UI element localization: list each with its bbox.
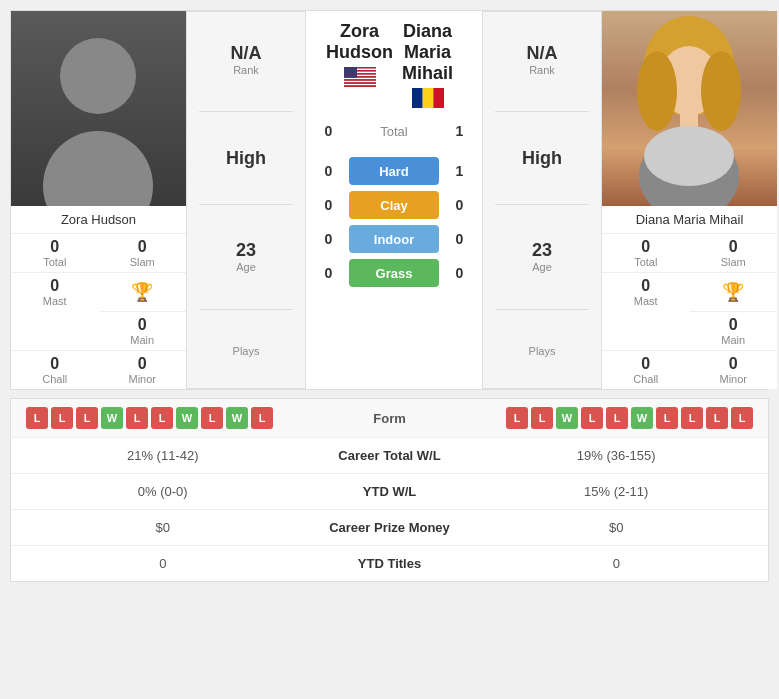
clay-label: Clay (380, 198, 407, 213)
right-panel-divider3 (495, 309, 589, 310)
left-trophy-icon: 🏆 (131, 281, 153, 303)
titles-row: 0 YTD Titles 0 (11, 546, 768, 581)
right-flag (412, 88, 444, 112)
left-stats-panel: N/A Rank High 23 Age Plays (186, 11, 306, 389)
left-indoor-score: 0 (316, 231, 341, 247)
left-panel-divider3 (199, 309, 293, 310)
surface-rows: 0 Hard 1 0 Clay 0 0 Indoor (306, 150, 482, 294)
right-player-name-under: Diana Maria Mihail (602, 206, 777, 233)
right-titles: 0 (480, 556, 754, 571)
left-flag (344, 67, 376, 91)
right-chall-label: Chall (608, 373, 684, 385)
right-slam-label: Slam (696, 256, 772, 268)
form-badge-l: L (201, 407, 223, 429)
left-minor-label: Minor (105, 373, 181, 385)
grass-row: 0 Grass 0 (316, 257, 472, 289)
left-minor-value: 0 (105, 355, 181, 373)
prize-row: $0 Career Prize Money $0 (11, 510, 768, 546)
left-minor-cell: 0 Minor (99, 350, 187, 389)
left-chall-cell: 0 Chall (11, 350, 99, 389)
grass-badge: Grass (349, 259, 439, 287)
right-stats-grid: 0 Total 0 Slam 0 Mast 🏆 0 Main (602, 233, 777, 389)
right-main-value: 0 (696, 316, 772, 334)
left-player-card: Zora Hudson 0 Total 0 Slam 0 Mast 🏆 (11, 11, 186, 389)
form-badge-w: W (101, 407, 123, 429)
total-label: Total (349, 124, 439, 139)
total-row: 0 Total 1 (306, 117, 482, 145)
form-badge-l: L (531, 407, 553, 429)
right-chall-value: 0 (608, 355, 684, 373)
right-high-stat: High (516, 142, 568, 175)
right-total-value: 0 (608, 238, 684, 256)
left-main-label: Main (105, 334, 181, 346)
left-prize: $0 (26, 520, 300, 535)
left-mast-value: 0 (17, 277, 93, 295)
svg-rect-11 (344, 81, 376, 83)
right-prize: $0 (480, 520, 754, 535)
right-slam-cell: 0 Slam (690, 233, 778, 272)
svg-point-1 (43, 131, 153, 206)
right-player-name-text: Diana Maria Mihail (636, 212, 744, 227)
svg-rect-16 (412, 88, 423, 108)
form-badge-l: L (656, 407, 678, 429)
titles-label: YTD Titles (300, 556, 480, 571)
left-slam-value: 0 (105, 238, 181, 256)
form-badge-w: W (226, 407, 248, 429)
right-plays-label: Plays (529, 345, 556, 357)
right-panel-divider1 (495, 111, 589, 112)
right-main-label: Main (696, 334, 772, 346)
right-player-card: Diana Maria Mihail 0 Total 0 Slam 0 Mast… (602, 11, 777, 389)
left-titles: 0 (26, 556, 300, 571)
right-header-name: Diana Maria Mihail (393, 21, 462, 84)
form-badge-l: L (126, 407, 148, 429)
left-grass-score: 0 (316, 265, 341, 281)
clay-row: 0 Clay 0 (316, 189, 472, 221)
form-badge-l: L (681, 407, 703, 429)
right-chall-cell: 0 Chall (602, 350, 690, 389)
right-grass-score: 0 (447, 265, 472, 281)
left-plays-stat: Plays (227, 339, 266, 363)
right-total-score: 1 (447, 123, 472, 139)
left-total-value: 0 (17, 238, 93, 256)
form-badge-w: W (556, 407, 578, 429)
indoor-row: 0 Indoor 0 (316, 223, 472, 255)
form-badge-l: L (581, 407, 603, 429)
left-chall-label: Chall (17, 373, 93, 385)
form-badge-l: L (51, 407, 73, 429)
form-badge-l: L (251, 407, 273, 429)
right-hard-score: 1 (447, 163, 472, 179)
right-trophy-icon: 🏆 (722, 281, 744, 303)
career-wl-label: Career Total W/L (300, 448, 480, 463)
left-slam-label: Slam (105, 256, 181, 268)
svg-rect-13 (344, 84, 376, 86)
svg-rect-18 (433, 88, 444, 108)
ytd-wl-label: YTD W/L (300, 484, 480, 499)
hard-label: Hard (379, 164, 409, 179)
left-high-stat: High (220, 142, 272, 175)
svg-rect-10 (344, 79, 376, 81)
left-rank-label: Rank (231, 64, 262, 76)
left-mast-cell: 0 Mast (11, 272, 99, 311)
right-rank-label: Rank (527, 64, 558, 76)
right-total-label: Total (608, 256, 684, 268)
right-age-value: 23 (532, 240, 552, 261)
right-mast-cell: 0 Mast (602, 272, 690, 311)
right-main-cell: 0 Main (690, 311, 778, 350)
right-high-value: High (522, 148, 562, 169)
right-player-photo (602, 11, 777, 206)
form-badge-l: L (506, 407, 528, 429)
right-mast-value: 0 (608, 277, 684, 295)
svg-point-25 (644, 126, 734, 186)
right-minor-cell: 0 Minor (690, 350, 778, 389)
form-badge-l: L (26, 407, 48, 429)
form-badge-w: W (631, 407, 653, 429)
form-label: Form (330, 411, 450, 426)
right-age-label: Age (532, 261, 552, 273)
form-badge-l: L (76, 407, 98, 429)
svg-rect-14 (344, 85, 376, 87)
left-hard-score: 0 (316, 163, 341, 179)
left-ytd-wl: 0% (0-0) (26, 484, 300, 499)
right-slam-value: 0 (696, 238, 772, 256)
right-rank-value: N/A (527, 43, 558, 64)
indoor-badge: Indoor (349, 225, 439, 253)
